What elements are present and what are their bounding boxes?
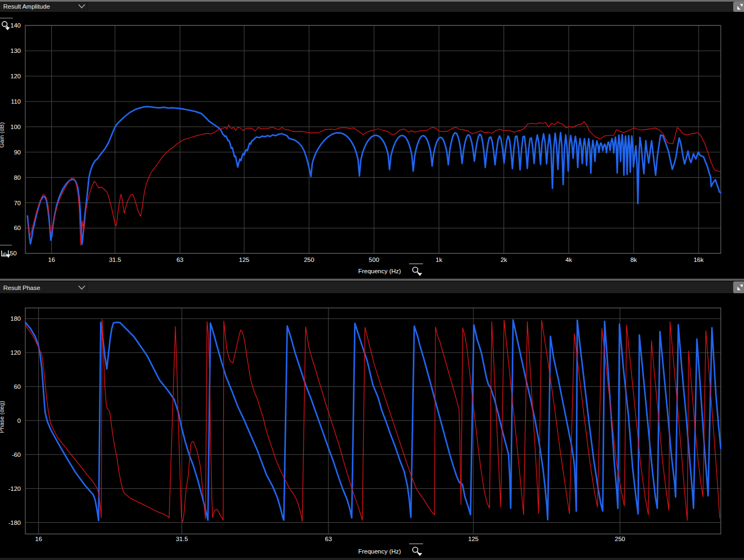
svg-text:50: 50: [10, 250, 17, 257]
svg-text:63: 63: [177, 257, 184, 263]
svg-text:8k: 8k: [631, 257, 637, 263]
svg-text:63: 63: [325, 536, 332, 542]
svg-text:Gain (dB): Gain (dB): [0, 122, 5, 147]
svg-text:100: 100: [10, 124, 21, 130]
svg-text:16k: 16k: [694, 257, 704, 263]
svg-text:Frequency (Hz): Frequency (Hz): [358, 268, 401, 274]
svg-text:70: 70: [14, 200, 21, 206]
svg-text:60: 60: [14, 225, 21, 231]
svg-text:-180: -180: [8, 519, 21, 526]
svg-text:1k: 1k: [435, 257, 442, 263]
svg-text:110: 110: [11, 98, 21, 105]
svg-text:-120: -120: [8, 485, 21, 492]
svg-text:31.5: 31.5: [176, 536, 187, 542]
svg-text:16: 16: [35, 536, 42, 542]
svg-text:250: 250: [304, 257, 314, 263]
svg-text:125: 125: [468, 536, 479, 542]
svg-text:180: 180: [10, 315, 21, 322]
svg-text:130: 130: [10, 48, 21, 54]
svg-text:4k: 4k: [566, 257, 572, 263]
svg-text:-60: -60: [12, 451, 21, 458]
svg-text:120: 120: [10, 73, 21, 79]
svg-text:Frequency (Hz): Frequency (Hz): [358, 548, 401, 555]
svg-text:125: 125: [239, 257, 249, 263]
svg-text:0: 0: [17, 417, 21, 424]
svg-text:500: 500: [369, 257, 379, 263]
svg-text:31.5: 31.5: [109, 257, 121, 263]
svg-text:2k: 2k: [500, 257, 507, 263]
svg-text:120: 120: [10, 349, 21, 356]
svg-text:250: 250: [615, 536, 625, 542]
svg-text:140: 140: [10, 22, 21, 29]
svg-text:80: 80: [14, 174, 21, 181]
svg-text:60: 60: [14, 383, 21, 390]
svg-text:16: 16: [48, 257, 55, 263]
svg-text:Phase (deg): Phase (deg): [0, 401, 5, 433]
svg-text:90: 90: [14, 149, 21, 156]
